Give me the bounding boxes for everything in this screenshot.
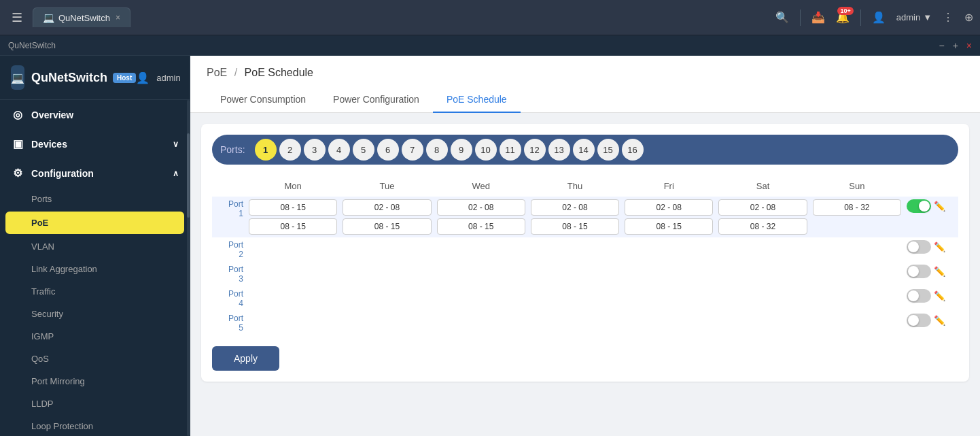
sidebar-item-devices[interactable]: ▣ Devices ∨ [0, 129, 190, 158]
port2-toggle[interactable] [907, 240, 931, 254]
browser-menu-icon[interactable]: ☰ [7, 7, 27, 28]
admin-label: admin [896, 12, 920, 22]
sidebar-item-overview[interactable]: ◎ Overview [0, 100, 190, 129]
port4-thu-cell [528, 286, 622, 311]
browser-bar: ☰ 💻 QuNetSwitch × 🔍 📥 🔔 10+ 👤 admin ▼ ⋮ … [0, 0, 980, 35]
port5-toggle[interactable] [907, 314, 931, 327]
port4-tue-cell [340, 286, 434, 311]
port1-sun-cell: 08 - 32 [810, 197, 904, 237]
port-button-10[interactable]: 10 [475, 139, 497, 161]
tab-power-configuration[interactable]: Power Configuration [319, 87, 433, 113]
app-window-bar: QuNetSwitch − + × [0, 35, 980, 56]
minimize-button[interactable]: − [939, 40, 944, 51]
port1-sun-time1[interactable]: 08 - 32 [813, 199, 901, 216]
port1-tue-time2[interactable]: 08 - 15 [343, 218, 431, 235]
port1-sat-cell: 02 - 08 08 - 32 [716, 197, 809, 237]
main-layout: 💻 QuNetSwitch Host 👤 admin ⋮ ◎ Overview … [0, 56, 980, 436]
port1-thu-time1[interactable]: 02 - 08 [531, 199, 619, 216]
port4-edit-icon[interactable]: ✏️ [934, 290, 945, 301]
col-header-fri: Fri [622, 175, 716, 197]
port-button-3[interactable]: 3 [304, 139, 326, 161]
sidebar-item-configuration[interactable]: ⚙ Configuration ∧ [0, 158, 190, 188]
schedule-card: Ports: 1 2 3 4 5 6 7 8 9 10 11 12 13 14 … [201, 124, 969, 382]
sidebar-item-vlan[interactable]: VLAN [0, 235, 190, 258]
port-button-2[interactable]: 2 [279, 139, 301, 161]
admin-arrow: ▼ [923, 12, 932, 22]
notification-icon[interactable]: 🔔 10+ [836, 11, 850, 24]
port-button-8[interactable]: 8 [426, 139, 448, 161]
notification-badge: 10+ [837, 7, 853, 15]
port5-edit-icon[interactable]: ✏️ [934, 315, 945, 326]
sidebar-item-ports[interactable]: Ports [0, 188, 190, 210]
user-menu[interactable]: admin ▼ [896, 12, 932, 22]
port4-sat-cell [716, 286, 809, 311]
port-button-11[interactable]: 11 [500, 139, 521, 161]
port1-sat-time1[interactable]: 02 - 08 [718, 199, 807, 216]
more-options-icon[interactable]: ⋮ [943, 11, 953, 24]
sidebar-item-qos[interactable]: QoS [0, 348, 190, 370]
breadcrumb-parent[interactable]: PoE [207, 67, 227, 78]
port-button-13[interactable]: 13 [548, 139, 570, 161]
sidebar-item-traffic[interactable]: Traffic [0, 280, 190, 303]
sidebar-item-label-vlan: VLAN [31, 241, 54, 252]
host-badge: Host [113, 73, 136, 83]
window-icon[interactable]: ⊕ [964, 11, 973, 24]
sidebar-more-icon[interactable]: ⋮ [188, 71, 190, 84]
sidebar-item-label-traffic: Traffic [31, 286, 55, 297]
port1-wed-time2[interactable]: 08 - 15 [437, 218, 525, 235]
divider [800, 10, 801, 26]
port1-fri-time2[interactable]: 08 - 15 [625, 218, 713, 235]
port-button-4[interactable]: 4 [328, 139, 350, 161]
main-content: Ports: 1 2 3 4 5 6 7 8 9 10 11 12 13 14 … [190, 113, 980, 436]
sidebar-item-link-aggregation[interactable]: Link Aggregation [0, 258, 190, 280]
port1-mon-time1[interactable]: 08 - 15 [249, 199, 337, 216]
tab-power-consumption[interactable]: Power Consumption [207, 87, 319, 113]
port1-thu-cell: 02 - 08 08 - 15 [528, 197, 622, 237]
port4-toggle[interactable] [907, 289, 931, 303]
port1-sat-time2[interactable]: 08 - 32 [718, 218, 807, 235]
port-button-6[interactable]: 6 [377, 139, 399, 161]
browser-tab[interactable]: 💻 QuNetSwitch × [33, 7, 130, 27]
port-button-7[interactable]: 7 [402, 139, 423, 161]
port-button-12[interactable]: 12 [524, 139, 546, 161]
table-row-port5: Port5 [212, 311, 958, 335]
port3-toggle[interactable] [907, 265, 931, 278]
maximize-button[interactable]: + [953, 40, 958, 51]
sidebar-item-igmp[interactable]: IGMP [0, 325, 190, 348]
configuration-arrow-icon: ∧ [173, 169, 179, 178]
tab-poe-schedule[interactable]: PoE Schedule [433, 87, 521, 113]
tab-close-button[interactable]: × [116, 13, 120, 22]
port-button-1[interactable]: 1 [255, 139, 277, 161]
port1-thu-time2[interactable]: 08 - 15 [531, 218, 619, 235]
port-button-5[interactable]: 5 [353, 139, 374, 161]
stack-icon[interactable]: 📥 [811, 11, 825, 24]
port1-edit-icon[interactable]: ✏️ [934, 201, 945, 212]
sidebar-item-security[interactable]: Security [0, 303, 190, 325]
port1-toggle[interactable] [907, 199, 931, 213]
sidebar-item-label-port-mirroring: Port Mirroring [31, 376, 85, 386]
port3-edit-icon[interactable]: ✏️ [934, 266, 945, 277]
port1-tue-time1[interactable]: 02 - 08 [343, 199, 431, 216]
content-area: PoE / PoE Schedule Power Consumption Pow… [190, 56, 980, 436]
port-button-9[interactable]: 9 [451, 139, 472, 161]
port2-edit-icon[interactable]: ✏️ [934, 241, 945, 252]
port1-mon-time2[interactable]: 08 - 15 [249, 218, 337, 235]
table-row-port4: Port4 [212, 286, 958, 311]
sidebar-item-loop-protection[interactable]: Loop Protection [0, 415, 190, 436]
search-icon[interactable]: 🔍 [775, 11, 789, 24]
port1-tue-cell: 02 - 08 08 - 15 [340, 197, 434, 237]
port3-wed-cell [434, 262, 528, 286]
port-button-15[interactable]: 15 [597, 139, 619, 161]
close-button[interactable]: × [966, 40, 972, 51]
sidebar-item-poe[interactable]: PoE [5, 212, 184, 234]
tab-icon: 💻 [43, 12, 54, 23]
port-button-16[interactable]: 16 [622, 139, 644, 161]
sidebar-item-lldp[interactable]: LLDP [0, 392, 190, 415]
port1-wed-time1[interactable]: 02 - 08 [437, 199, 525, 216]
port1-fri-time1[interactable]: 02 - 08 [625, 199, 713, 216]
apply-button[interactable]: Apply [212, 346, 279, 371]
sidebar-item-port-mirroring[interactable]: Port Mirroring [0, 370, 190, 392]
profile-icon[interactable]: 👤 [872, 11, 886, 24]
port-button-14[interactable]: 14 [573, 139, 595, 161]
sidebar-item-label-configuration: Configuration [31, 168, 94, 179]
